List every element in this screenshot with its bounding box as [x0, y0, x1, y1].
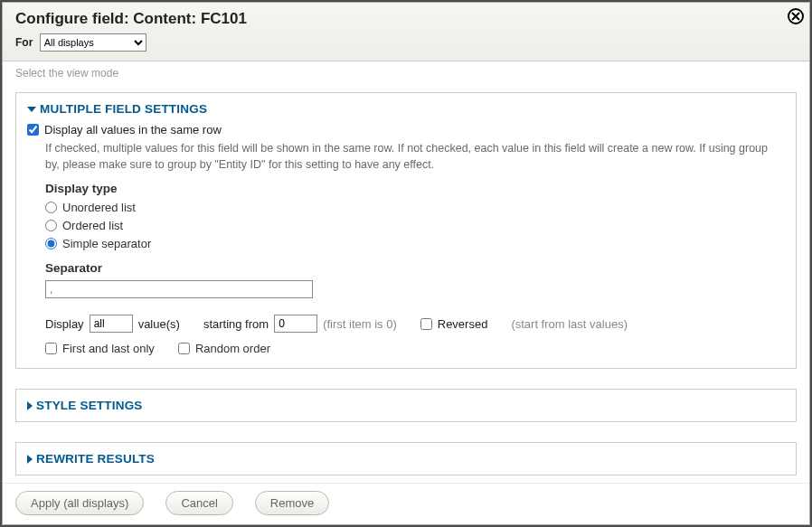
separator-input[interactable] [45, 280, 313, 298]
reversed-label: Reversed [438, 317, 488, 331]
multiple-field-settings-title: MULTIPLE FIELD SETTINGS [40, 102, 207, 116]
for-row: For All displays [15, 33, 797, 52]
radio-unordered-label: Unordered list [62, 201, 136, 214]
radio-ordered[interactable] [45, 220, 57, 231]
style-settings-toggle[interactable]: STYLE SETTINGS [27, 399, 785, 412]
multiple-field-settings-toggle[interactable]: MULTIPLE FIELD SETTINGS [27, 102, 785, 116]
display-same-row-checkbox[interactable] [27, 124, 39, 136]
rewrite-results: REWRITE RESULTS [15, 442, 797, 475]
values-word: value(s) [138, 317, 180, 331]
first-item-hint: (first item is 0) [323, 317, 397, 331]
dialog-body: Select the view mode MULTIPLE FIELD SETT… [3, 61, 809, 486]
random-order-label: Random order [195, 342, 270, 355]
starting-from-input[interactable] [274, 315, 317, 333]
dialog-header: Configure field: Content: FC101 For All … [3, 3, 809, 61]
random-order-checkbox[interactable] [178, 343, 190, 354]
radio-unordered[interactable] [45, 202, 57, 213]
multiple-field-settings: MULTIPLE FIELD SETTINGS Display all valu… [15, 92, 797, 369]
radio-simple-separator[interactable] [45, 238, 57, 249]
first-last-only-checkbox[interactable] [45, 343, 57, 354]
display-count-row: Display value(s) starting from (first it… [45, 315, 785, 333]
rewrite-results-title: REWRITE RESULTS [36, 452, 155, 466]
extra-options-row: First and last only Random order [45, 342, 785, 355]
apply-button[interactable]: Apply (all displays) [15, 491, 144, 515]
first-last-only-label: First and last only [62, 342, 155, 355]
display-type-label: Display type [45, 182, 785, 195]
view-mode-hint: Select the view mode [15, 67, 797, 80]
reversed-hint: (start from last values) [511, 317, 628, 331]
display-same-row-label: Display all values in the same row [44, 123, 222, 136]
rewrite-results-toggle[interactable]: REWRITE RESULTS [27, 452, 785, 466]
for-label: For [15, 36, 33, 49]
starting-from-word: starting from [203, 317, 269, 331]
style-settings: STYLE SETTINGS [15, 389, 797, 422]
close-icon[interactable] [788, 8, 804, 24]
configure-field-dialog: Configure field: Content: FC101 For All … [2, 2, 810, 525]
dialog-footer: Apply (all displays) Cancel Remove [3, 483, 809, 524]
triangle-right-icon [27, 401, 33, 410]
radio-ordered-label: Ordered list [62, 219, 123, 232]
display-same-row-help: If checked, multiple values for this fie… [45, 140, 785, 173]
cancel-button[interactable]: Cancel [165, 491, 232, 515]
triangle-right-icon [27, 455, 33, 464]
dialog-title: Configure field: Content: FC101 [15, 10, 797, 28]
radio-simple-separator-label: Simple separator [62, 237, 151, 250]
for-select[interactable]: All displays [40, 33, 146, 52]
triangle-down-icon [27, 107, 36, 112]
display-count-input[interactable] [90, 315, 133, 333]
remove-button[interactable]: Remove [255, 491, 329, 515]
style-settings-title: STYLE SETTINGS [36, 399, 143, 412]
display-word: Display [45, 317, 84, 331]
separator-label: Separator [45, 261, 785, 275]
reversed-checkbox[interactable] [420, 318, 432, 330]
